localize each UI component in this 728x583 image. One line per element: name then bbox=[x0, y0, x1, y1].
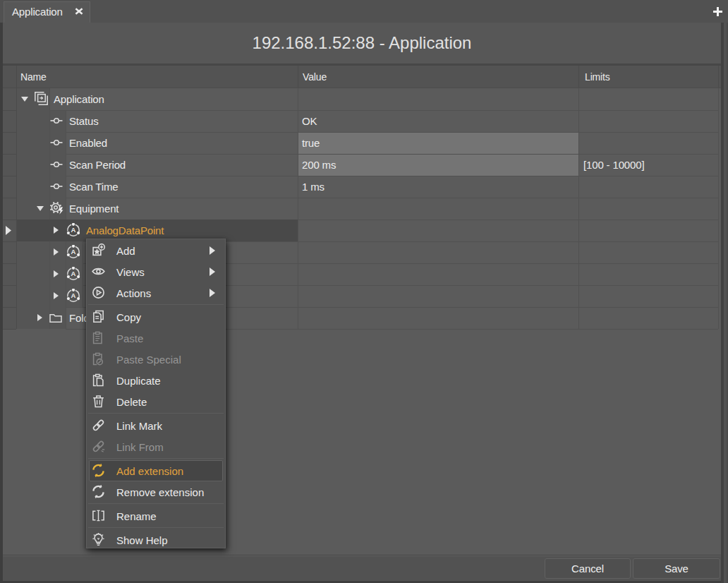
svg-text:A: A bbox=[71, 226, 76, 234]
svg-text:A: A bbox=[71, 248, 76, 256]
svg-text:A: A bbox=[71, 270, 76, 277]
svg-text:A: A bbox=[71, 292, 76, 299]
